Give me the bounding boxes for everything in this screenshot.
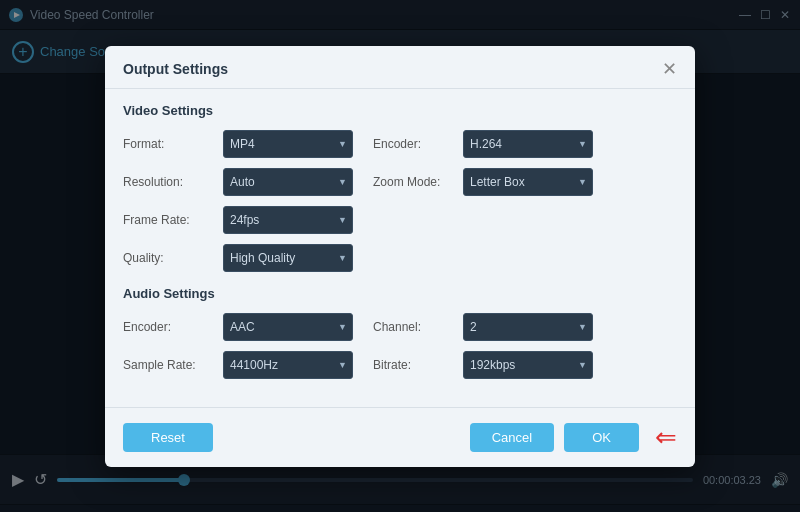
- modal-overlay: Output Settings ✕ Video Settings Format:…: [0, 0, 800, 512]
- bitrate-label: Bitrate:: [373, 358, 463, 372]
- framerate-select-wrapper: 24fps25fps30fps: [223, 206, 353, 234]
- sample-rate-label: Sample Rate:: [123, 358, 223, 372]
- sample-rate-select[interactable]: 44100Hz22050Hz: [223, 351, 353, 379]
- modal-body: Video Settings Format: MP4AVIMOV Encoder…: [105, 89, 695, 407]
- audio-encoder-select[interactable]: AACMP3: [223, 313, 353, 341]
- resolution-select[interactable]: Auto1080p720p: [223, 168, 353, 196]
- ok-arrow-indicator: ⇐: [655, 422, 677, 453]
- audio-encoder-label: Encoder:: [123, 320, 223, 334]
- video-settings-title: Video Settings: [123, 103, 677, 118]
- encoder-label: Encoder:: [373, 137, 463, 151]
- channel-label: Channel:: [373, 320, 463, 334]
- footer-right: Cancel OK ⇐: [470, 422, 677, 453]
- encoder-select-wrapper: H.264H.265: [463, 130, 593, 158]
- sample-rate-select-wrapper: 44100Hz22050Hz: [223, 351, 353, 379]
- format-encoder-row: Format: MP4AVIMOV Encoder: H.264H.265: [123, 130, 677, 158]
- modal-header: Output Settings ✕: [105, 46, 695, 89]
- format-select[interactable]: MP4AVIMOV: [223, 130, 353, 158]
- output-settings-modal: Output Settings ✕ Video Settings Format:…: [105, 46, 695, 467]
- framerate-select[interactable]: 24fps25fps30fps: [223, 206, 353, 234]
- format-select-wrapper: MP4AVIMOV: [223, 130, 353, 158]
- zoom-mode-select[interactable]: Letter BoxPan & Scan: [463, 168, 593, 196]
- bitrate-select[interactable]: 192kbps128kbps: [463, 351, 593, 379]
- channel-select[interactable]: 21: [463, 313, 593, 341]
- samplerate-bitrate-row: Sample Rate: 44100Hz22050Hz Bitrate: 192…: [123, 351, 677, 379]
- audio-settings-section: Audio Settings Encoder: AACMP3 Channel: …: [123, 286, 677, 379]
- zoom-mode-select-wrapper: Letter BoxPan & Scan: [463, 168, 593, 196]
- zoom-mode-label: Zoom Mode:: [373, 175, 463, 189]
- cancel-button[interactable]: Cancel: [470, 423, 554, 452]
- encoder-select[interactable]: H.264H.265: [463, 130, 593, 158]
- ok-button[interactable]: OK: [564, 423, 639, 452]
- format-label: Format:: [123, 137, 223, 151]
- audio-encoder-select-wrapper: AACMP3: [223, 313, 353, 341]
- reset-button[interactable]: Reset: [123, 423, 213, 452]
- quality-select[interactable]: High QualityStandardLow: [223, 244, 353, 272]
- channel-select-wrapper: 21: [463, 313, 593, 341]
- framerate-row: Frame Rate: 24fps25fps30fps: [123, 206, 677, 234]
- modal-title: Output Settings: [123, 61, 228, 77]
- quality-row: Quality: High QualityStandardLow: [123, 244, 677, 272]
- resolution-select-wrapper: Auto1080p720p: [223, 168, 353, 196]
- modal-close-button[interactable]: ✕: [662, 60, 677, 78]
- bitrate-select-wrapper: 192kbps128kbps: [463, 351, 593, 379]
- modal-footer: Reset Cancel OK ⇐: [105, 407, 695, 467]
- framerate-label: Frame Rate:: [123, 213, 223, 227]
- quality-label: Quality:: [123, 251, 223, 265]
- audio-encoder-channel-row: Encoder: AACMP3 Channel: 21: [123, 313, 677, 341]
- quality-select-wrapper: High QualityStandardLow: [223, 244, 353, 272]
- resolution-zoom-row: Resolution: Auto1080p720p Zoom Mode: Let…: [123, 168, 677, 196]
- resolution-label: Resolution:: [123, 175, 223, 189]
- audio-settings-title: Audio Settings: [123, 286, 677, 301]
